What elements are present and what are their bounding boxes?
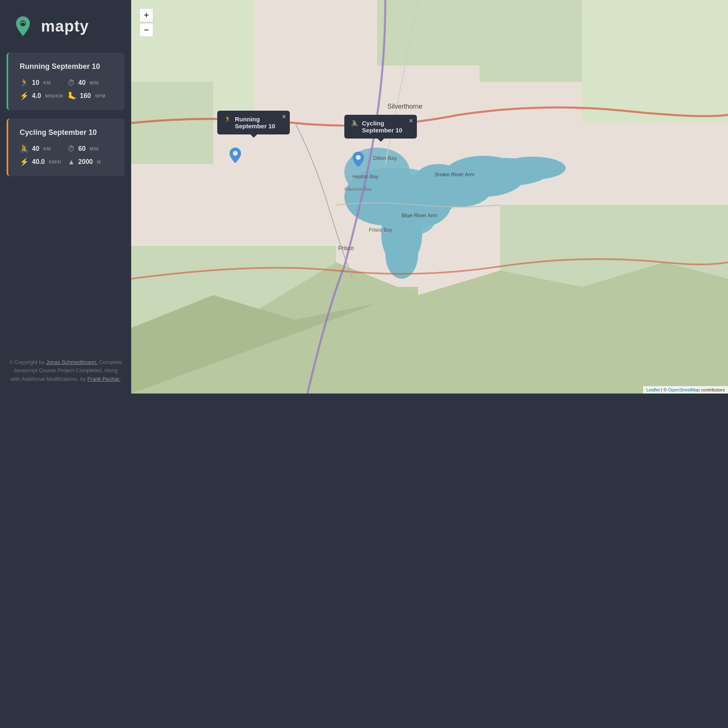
running-pin-group: × 🏃 RunningSeptember 10 [230,148,241,165]
stat-unit-cadence-running: SPM [95,93,105,98]
sidebar-footer: © Copyright by Jonas Schmedtmann. Comple… [0,348,131,394]
workout-card-running[interactable]: Running September 10 🏃 10 KM ⏱ 40 MIN ⚡ [7,52,125,110]
author1-link[interactable]: Jonas Schmedtmann. [46,359,98,365]
stat-unit-duration-running: MIN [90,80,99,85]
stat-value-elevation-cycling: 2000 [78,158,93,166]
logo-icon [11,15,34,38]
svg-text:Silverthorne: Silverthorne [387,103,422,110]
sidebar: mapty Running September 10 🏃 10 KM ⏱ 40 … [0,0,131,394]
svg-point-34 [233,151,238,156]
pace-icon: ⚡ [20,91,29,100]
app-name: mapty [41,18,89,35]
stat-value-distance-running: 10 [32,79,39,86]
running-popup-icon: 🏃 [224,116,232,123]
stat-value-duration-cycling: 60 [78,145,86,152]
stat-value-pace-running: 4.0 [32,92,41,100]
stat-value-duration-running: 40 [78,79,86,86]
svg-point-35 [356,155,361,160]
running-popup[interactable]: × 🏃 RunningSeptember 10 [217,111,290,134]
stat-duration-running: ⏱ 40 MIN [68,78,113,87]
stat-elevation-cycling: ▲ 2000 M [68,157,113,166]
time-icon-cycling: ⏱ [68,145,75,153]
workout-card-cycling[interactable]: Cycling September 10 🚴 40 KM ⏱ 60 MIN ⚡ [7,118,125,176]
author1-name: Jonas Schmedtmann. [46,359,98,365]
svg-text:Frisco: Frisco [338,245,354,251]
osm-label: OpenStreetMap [668,387,700,392]
svg-text:Dillon Bay: Dillon Bay [373,155,397,161]
svg-rect-9 [582,0,728,123]
stat-speed-cycling: ⚡ 40.0 KM/H [20,157,65,166]
author2-name: Frank Pechar. [87,376,121,382]
cycling-pin[interactable] [353,152,364,167]
copyright-text: © Copyright by [9,359,46,365]
svg-text:Giberson Bay: Giberson Bay [344,187,372,191]
running-pin[interactable] [230,148,241,163]
stat-value-speed-cycling: 40.0 [32,158,45,166]
stat-distance-cycling: 🚴 40 KM [20,144,65,153]
svg-point-24 [385,230,418,279]
workout-title-running: Running September 10 [20,62,113,71]
speed-icon: ⚡ [20,157,29,166]
svg-text:Snake River Arm: Snake River Arm [435,171,475,177]
svg-text:Heaton Bay: Heaton Bay [353,174,378,180]
workout-title-cycling: Cycling September 10 [20,128,113,137]
time-icon-running: ⏱ [68,79,75,87]
cycling-popup-icon: 🚴 [351,120,359,127]
svg-rect-8 [131,82,213,164]
stat-value-cadence-running: 160 [80,92,91,100]
workout-stats-cycling: 🚴 40 KM ⏱ 60 MIN ⚡ 40.0 KM/H [20,144,113,166]
stat-unit-distance-cycling: KM [43,146,51,151]
logo-area: mapty [0,0,131,52]
svg-text:Frisco Bay: Frisco Bay [369,227,392,233]
cycling-icon: 🚴 [20,144,29,153]
stat-unit-pace-running: MIN/KM [45,93,63,98]
leaflet-label: Leaflet [646,387,660,392]
workout-stats-running: 🏃 10 KM ⏱ 40 MIN ⚡ 4.0 MIN/KM [20,78,113,100]
stat-duration-cycling: ⏱ 60 MIN [68,144,113,153]
cycling-popup[interactable]: × 🚴 CyclingSeptember 10 [344,115,417,139]
leaflet-link[interactable]: Leaflet [646,387,660,392]
elevation-icon: ▲ [68,158,75,166]
map-attribution: Leaflet | © OpenStreetMap contributors [643,386,728,394]
zoom-out-button[interactable]: − [139,23,153,37]
zoom-in-button[interactable]: + [139,8,153,22]
workout-list: Running September 10 🏃 10 KM ⏱ 40 MIN ⚡ [0,52,131,184]
map-area[interactable]: Silverthorne Dillon Bay Heaton Bay Giber… [131,0,728,394]
cycling-popup-title: 🚴 CyclingSeptember 10 [351,120,410,134]
svg-text:Blue River Arm: Blue River Arm [402,212,437,218]
map-background: Silverthorne Dillon Bay Heaton Bay Giber… [131,0,728,394]
cadence-icon: 🦶 [68,91,77,100]
stat-distance-running: 🏃 10 KM [20,78,65,87]
running-popup-close[interactable]: × [282,113,286,121]
stat-pace-running: ⚡ 4.0 MIN/KM [20,91,65,100]
zoom-controls: + − [139,8,153,37]
running-icon: 🏃 [20,78,29,87]
stat-cadence-running: 🦶 160 SPM [68,91,113,100]
cycling-pin-group: × 🚴 CyclingSeptember 10 [353,152,364,169]
svg-point-22 [500,157,566,180]
osm-link[interactable]: OpenStreetMap [668,387,700,392]
stat-unit-elevation-cycling: M [97,159,101,164]
author2-link[interactable]: Frank Pechar. [87,376,121,382]
attribution-separator: | © [661,387,668,392]
stat-unit-duration-cycling: MIN [90,146,99,151]
stat-unit-distance-running: KM [43,80,51,85]
stat-unit-speed-cycling: KM/H [49,159,61,164]
stat-value-distance-cycling: 40 [32,145,39,152]
attribution-suffix: contributors [701,387,725,392]
running-popup-title: 🏃 RunningSeptember 10 [224,116,283,130]
bottom-area [0,394,728,728]
cycling-popup-close[interactable]: × [409,117,413,125]
